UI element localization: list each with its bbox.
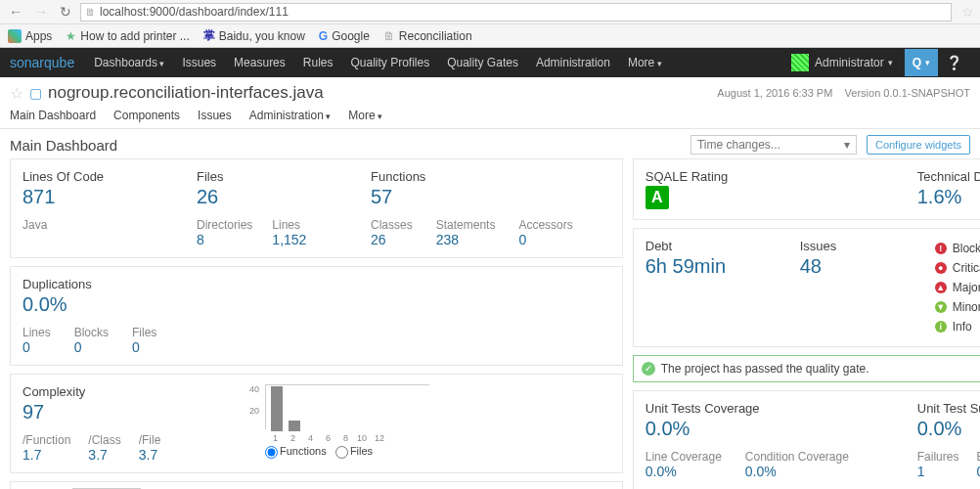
coverage-value[interactable]: 0.0% (646, 418, 690, 439)
url-text: localhost:9000/dashboard/index/111 (100, 5, 289, 19)
apps-icon (8, 29, 22, 43)
chevron-down-icon: ▾ (888, 58, 893, 67)
errors[interactable]: 0 (976, 464, 980, 479)
cond-cov[interactable]: 0.0% (745, 464, 777, 479)
loc-label: Lines Of Code (22, 169, 159, 184)
url-input[interactable]: 🗎 localhost:9000/dashboard/index/111 (80, 3, 952, 22)
sqale-widget: SQALE Rating A Technical Debt Ratio 1.6% (633, 158, 980, 220)
debt-value[interactable]: 6h 59min (646, 255, 726, 277)
nav-administration[interactable]: Administration (536, 56, 610, 69)
size-widget: Lines Of Code 871 Java Files 26 Director… (10, 158, 623, 258)
quality-gate-banner: ✓ The project has passed the quality gat… (633, 355, 980, 382)
dup-files[interactable]: 0 (132, 339, 140, 355)
baidu-icon: 掌 (203, 27, 215, 44)
cx-per-file[interactable]: 3.7 (139, 447, 157, 463)
nav-rules[interactable]: Rules (303, 56, 334, 69)
complexity-histogram: 40 20 1 2 4 6 8 10 12 (238, 384, 433, 443)
bookmark-reconciliation[interactable]: 🗎Reconciliation (383, 29, 472, 43)
loc-value[interactable]: 871 (22, 186, 55, 207)
minor-icon: ▼ (935, 301, 947, 313)
configure-widgets-button[interactable]: Configure widgets (867, 135, 970, 155)
user-menu[interactable]: Administrator ▾ (785, 50, 899, 75)
nav-dashboards[interactable]: Dashboards (94, 56, 164, 69)
back-icon[interactable]: ← (6, 4, 25, 20)
dup-value[interactable]: 0.0% (22, 293, 67, 315)
events-widget: Events All▾ Aug 01 2016 Version 0.0.1-SN… (10, 481, 623, 489)
cx-per-function[interactable]: 1.7 (22, 447, 41, 463)
project-header: ☆ ▢ nogroup.reconciliation-interfaces.ja… (0, 77, 980, 105)
sqale-rating-badge: A (646, 186, 669, 209)
chevron-down-icon: ▾ (925, 58, 930, 67)
nav-issues[interactable]: Issues (182, 56, 216, 69)
help-icon: ❔ (946, 55, 962, 70)
severity-table: !Blocker0 ●Critical0 ▲Major17 ▼Minor31 i… (935, 239, 980, 336)
page-icon: 🗎 (383, 29, 395, 43)
search-button[interactable]: Q ▾ (905, 49, 938, 76)
bookmark-star-icon[interactable]: ☆ (961, 4, 974, 20)
lines-value[interactable]: 1,152 (272, 232, 306, 247)
subnav-components[interactable]: Components (113, 109, 180, 122)
folder-icon: ▢ (29, 85, 42, 101)
bookmark-google[interactable]: GGoogle (319, 29, 370, 43)
tdr-value[interactable]: 1.6% (917, 186, 962, 207)
subnav-administration[interactable]: Administration (249, 109, 332, 122)
subnav-more[interactable]: More (348, 109, 382, 122)
complexity-value[interactable]: 97 (22, 401, 44, 422)
dirs-value[interactable]: 8 (197, 232, 204, 247)
google-icon: G (319, 29, 328, 43)
bookmark-printer[interactable]: ★How to add printer ... (66, 29, 189, 43)
functions-value[interactable]: 57 (371, 186, 392, 207)
complexity-widget: Complexity 97 /Function1.7 /Class3.7 /Fi… (10, 374, 623, 473)
help-button[interactable]: ❔ (938, 55, 970, 70)
blocker-icon: ! (935, 243, 947, 254)
project-name[interactable]: nogroup.reconciliation-interfaces.java (48, 83, 324, 103)
bookmarks-bar: Apps ★How to add printer ... 掌Baidu, you… (0, 24, 980, 48)
subnav-main[interactable]: Main Dashboard (10, 109, 96, 122)
accessors-value[interactable]: 0 (518, 232, 526, 247)
major-icon: ▲ (935, 282, 947, 293)
issues-value[interactable]: 48 (800, 255, 822, 277)
app-topnav: sonarqube Dashboards Issues Measures Rul… (0, 48, 980, 77)
chevron-down-icon: ▾ (844, 138, 850, 152)
search-icon: Q (913, 56, 921, 69)
logo[interactable]: sonarqube (10, 55, 74, 70)
subnav-issues[interactable]: Issues (198, 109, 232, 122)
page-title: Main Dashboard (10, 137, 117, 154)
dup-lines[interactable]: 0 (22, 339, 30, 355)
critical-icon: ● (935, 262, 947, 274)
bookmark-baidu[interactable]: 掌Baidu, you know (203, 27, 305, 44)
cx-per-class[interactable]: 3.7 (88, 447, 107, 463)
success-value[interactable]: 0.0% (917, 418, 962, 439)
duplications-widget: Duplications 0.0% Lines0 Blocks0 Files0 (10, 266, 623, 366)
forward-icon[interactable]: → (31, 4, 51, 20)
star-icon: ★ (66, 29, 76, 43)
debt-widget: Debt 6h 59min Issues 48 !Blocker0 ●Criti… (633, 228, 980, 347)
reload-icon[interactable]: ↻ (57, 4, 74, 20)
nav-more[interactable]: More (628, 56, 662, 69)
browser-toolbar: ← → ↻ 🗎 localhost:9000/dashboard/index/1… (0, 0, 980, 24)
dup-blocks[interactable]: 0 (74, 339, 82, 355)
radio-files[interactable]: Files (335, 445, 373, 457)
files-label: Files (197, 169, 334, 184)
tests-widget: Unit Tests Coverage 0.0% Line Coverage0.… (633, 390, 980, 489)
stmts-value[interactable]: 238 (436, 232, 459, 247)
avatar (791, 54, 809, 71)
check-icon: ✓ (642, 362, 655, 376)
nav-quality-gates[interactable]: Quality Gates (447, 56, 518, 69)
time-changes-select[interactable]: Time changes... ▾ (690, 135, 857, 155)
favorite-star-icon[interactable]: ☆ (10, 84, 23, 103)
page-icon: 🗎 (85, 6, 96, 18)
nav-quality-profiles[interactable]: Quality Profiles (350, 56, 429, 69)
info-icon: i (935, 321, 947, 333)
radio-functions[interactable]: Functions (265, 445, 327, 457)
dashboard-header: Main Dashboard Time changes... ▾ Configu… (0, 129, 980, 158)
files-value[interactable]: 26 (197, 186, 218, 207)
project-subnav: Main Dashboard Components Issues Adminis… (0, 105, 980, 129)
apps-launcher[interactable]: Apps (8, 29, 52, 43)
classes-value[interactable]: 26 (371, 232, 386, 247)
functions-label: Functions (371, 169, 573, 184)
line-cov[interactable]: 0.0% (646, 464, 677, 479)
language-label: Java (22, 218, 159, 232)
failures[interactable]: 1 (917, 464, 925, 479)
nav-measures[interactable]: Measures (234, 56, 286, 69)
